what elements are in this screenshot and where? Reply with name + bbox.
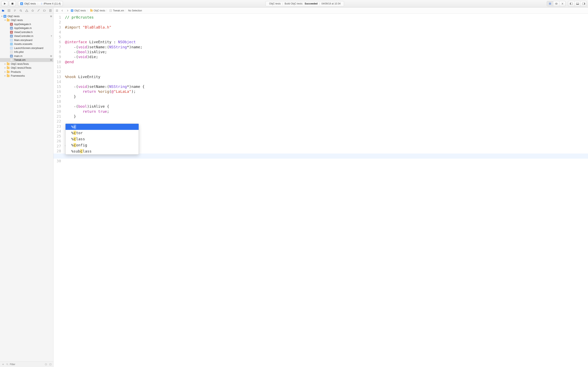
source-control-navigator-tab[interactable] (7, 8, 11, 13)
assistant-editor-button[interactable] (553, 1, 559, 6)
recent-filter-button[interactable] (44, 363, 48, 366)
activity-status: Succeeded (305, 2, 318, 5)
svg-rect-17 (57, 9, 58, 10)
tree-file[interactable]: hViewController.h (0, 30, 53, 34)
activity-project: ObjC-tests (269, 2, 281, 5)
back-button[interactable] (60, 8, 65, 13)
svg-point-13 (7, 363, 8, 365)
activity-prefix: Build ObjC-tests: (285, 2, 303, 5)
filter-input[interactable] (10, 362, 43, 366)
project-navigator-tab[interactable] (1, 8, 5, 13)
report-navigator-tab[interactable] (48, 8, 53, 13)
issue-navigator-tab[interactable] (25, 8, 29, 13)
tree-group[interactable]: ObjC-tests (0, 18, 53, 22)
autocomplete-item[interactable]: %subclass (66, 148, 139, 154)
crumb-segment[interactable]: ObjC-tests (94, 9, 105, 12)
code-area[interactable]: 1234567891011121314151617181920212223242… (53, 14, 588, 367)
toggle-navigator-button[interactable] (568, 1, 574, 6)
toggle-debug-button[interactable] (574, 1, 580, 6)
svg-rect-15 (50, 364, 51, 365)
svg-rect-7 (576, 4, 579, 5)
navigator-tabs (0, 8, 53, 14)
tree-project-root[interactable]: ObjC-testsM (0, 14, 53, 18)
device-icon (41, 3, 43, 4)
symbol-navigator-tab[interactable] (13, 8, 17, 13)
tree-file[interactable]: mmain.mM (0, 54, 53, 58)
svg-rect-19 (57, 11, 58, 11)
stop-button[interactable] (9, 1, 16, 6)
breakpoint-navigator-tab[interactable] (42, 8, 47, 13)
activity-view: ObjC-tests | Build ObjC-tests: Succeeded… (266, 1, 344, 6)
run-button[interactable] (1, 1, 8, 6)
tree-file[interactable]: mViewController.m? (0, 34, 53, 38)
editor-mode-group (547, 1, 566, 6)
tree-file[interactable]: hAppDelegate.h (0, 22, 53, 26)
autocomplete-item[interactable]: %ctor (66, 130, 139, 136)
autocomplete-item[interactable]: %config (66, 142, 139, 148)
jump-bar[interactable]: ObjC-tests〉ObjC-tests〉Tweak.xm〉No Select… (53, 8, 588, 14)
panel-toggle-group (568, 1, 587, 6)
code-text[interactable]: // pr0crustes #import "BlaBlaBla.h" @int… (63, 14, 588, 367)
breadcrumb[interactable]: ObjC-tests〉ObjC-tests〉Tweak.xm〉No Select… (71, 9, 142, 12)
tree-file[interactable]: Info.plist (0, 50, 53, 54)
svg-rect-1 (41, 3, 42, 4)
tree-group[interactable]: Products (0, 70, 53, 74)
autocomplete-item[interactable]: %c (66, 124, 139, 130)
project-tree[interactable]: ObjC-testsMObjC-testshAppDelegate.hmAppD… (0, 14, 53, 361)
standard-editor-button[interactable] (547, 1, 553, 6)
svg-rect-16 (56, 9, 57, 10)
forward-button[interactable] (65, 8, 70, 13)
toolbar: ObjC-tests 〉 iPhone X (11.4) ObjC-tests … (0, 0, 588, 8)
tree-group[interactable]: ObjC-testsTests (0, 62, 53, 66)
autocomplete-item[interactable]: %class (66, 136, 139, 142)
tree-group[interactable]: Frameworks (0, 74, 53, 78)
autocomplete-popup[interactable]: %c%ctor%class%config%subclass (65, 124, 139, 155)
crumb-segment[interactable]: No Selection (128, 9, 142, 12)
svg-rect-18 (56, 11, 57, 11)
tree-file[interactable]: LaunchScreen.storyboard (0, 46, 53, 50)
svg-rect-9 (584, 3, 585, 5)
tree-file[interactable]: mAppDelegate.m (0, 26, 53, 30)
filter-icon (6, 363, 9, 366)
test-navigator-tab[interactable] (30, 8, 35, 13)
add-button[interactable] (1, 363, 5, 366)
svg-rect-0 (12, 3, 13, 5)
line-gutter: 1234567891011121314151617181920212223242… (53, 14, 63, 367)
navigator-bottom-bar (0, 361, 53, 367)
scheme-device: iPhone X (11.4) (44, 2, 61, 5)
crumb-segment[interactable]: ObjC-tests (74, 9, 86, 12)
svg-point-11 (20, 9, 21, 11)
version-editor-button[interactable] (559, 1, 565, 6)
crumb-segment[interactable]: Tweak.xm (113, 9, 124, 12)
editor: ObjC-tests〉ObjC-tests〉Tweak.xm〉No Select… (53, 8, 588, 367)
navigator: ObjC-testsMObjC-testshAppDelegate.hmAppD… (0, 8, 53, 367)
find-navigator-tab[interactable] (18, 8, 23, 13)
main-area: ObjC-testsMObjC-testshAppDelegate.hmAppD… (0, 8, 588, 367)
tree-group[interactable]: ObjC-testsUITests (0, 66, 53, 70)
scheme-app-icon (20, 2, 23, 5)
scheme-selector[interactable]: ObjC-tests 〉 iPhone X (11.4) (18, 1, 63, 6)
toggle-inspector-button[interactable] (580, 1, 587, 6)
scm-filter-button[interactable] (49, 363, 52, 366)
tree-file[interactable]: Tweak.xmM (0, 58, 53, 62)
debug-navigator-tab[interactable] (36, 8, 41, 13)
scheme-project: ObjC-tests (24, 2, 36, 5)
related-items-button[interactable] (55, 8, 59, 13)
svg-rect-5 (570, 3, 571, 5)
tree-file[interactable]: Main.storyboard (0, 38, 53, 42)
tree-file[interactable]: Assets.xcassets (0, 42, 53, 46)
activity-timestamp: 04/09/18 at 10:34 (321, 2, 341, 5)
